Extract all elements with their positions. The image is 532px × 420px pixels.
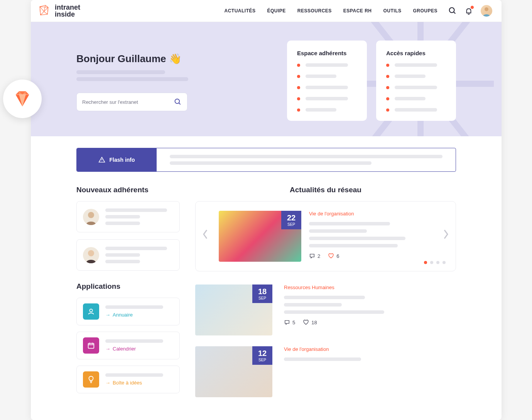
floating-gem-badge: [3, 80, 42, 118]
logo-mark-icon: [37, 4, 51, 18]
brand-name: intranet inside: [55, 4, 80, 18]
greeting-subline: [76, 77, 188, 81]
list-item[interactable]: [386, 86, 446, 89]
directory-icon: [83, 303, 99, 320]
news-title: Actualités du réseau: [195, 186, 456, 194]
carousel-prev[interactable]: [203, 229, 208, 241]
card-acces-rapides: Accès rapides: [376, 41, 456, 121]
svg-point-5: [90, 309, 92, 312]
news-image: 18 SEP: [195, 285, 272, 335]
hero-section: Bonjour Guillaume 👋 Espace adhérents Acc…: [31, 22, 502, 136]
news-item[interactable]: 12 SEP Vie de l'organisation: [195, 346, 456, 397]
app-calendrier[interactable]: →Calendrier: [76, 332, 180, 359]
flash-info-banner: Flash info: [76, 148, 456, 172]
notifications-icon[interactable]: [464, 7, 473, 15]
news-category[interactable]: Vie de l'organisation: [309, 211, 432, 217]
app-annuaire[interactable]: →Annuaire: [76, 298, 180, 325]
list-item[interactable]: [297, 97, 357, 100]
nav-ressources[interactable]: RESSOURCES: [297, 8, 332, 14]
nav-actualites[interactable]: ACTUALITÉS: [224, 8, 255, 14]
brand-logo[interactable]: intranet inside: [37, 4, 80, 18]
list-item[interactable]: [297, 63, 357, 67]
svg-point-2: [175, 99, 180, 104]
likes-count[interactable]: 6: [328, 253, 339, 259]
bulb-icon: [83, 371, 99, 388]
member-avatar: [83, 209, 99, 225]
greeting-subline: [76, 70, 165, 74]
nav-equipe[interactable]: ÉQUIPE: [267, 8, 285, 14]
main-nav: ACTUALITÉS ÉQUIPE RESSOURCES ESPACE RH O…: [224, 8, 437, 14]
dot[interactable]: [436, 261, 439, 264]
svg-point-4: [88, 250, 94, 256]
news-date-badge: 12 SEP: [252, 346, 272, 365]
calendar-icon: [83, 337, 99, 354]
member-card[interactable]: [76, 201, 180, 232]
list-item[interactable]: [297, 75, 357, 78]
news-category[interactable]: Vie de l'organisation: [284, 346, 456, 352]
hero-search[interactable]: [76, 93, 187, 111]
card-espace-adherents: Espace adhérents: [287, 41, 367, 121]
list-item[interactable]: [297, 86, 357, 89]
card-title: Accès rapides: [386, 50, 446, 56]
apps-title: Applications: [76, 282, 180, 291]
news-item[interactable]: 18 SEP Ressources Humaines 5 18: [195, 285, 456, 335]
comments-count[interactable]: 5: [284, 319, 295, 325]
news-carousel: 22 SEP Vie de l'organisation 2 6: [195, 201, 456, 271]
flash-info-content[interactable]: [157, 148, 456, 171]
likes-count[interactable]: 18: [303, 319, 317, 325]
greeting-title: Bonjour Guillaume 👋: [76, 53, 256, 65]
list-item[interactable]: [386, 97, 446, 100]
list-item[interactable]: [386, 108, 446, 112]
svg-point-0: [449, 8, 454, 13]
list-item[interactable]: [297, 108, 357, 112]
dot[interactable]: [442, 261, 446, 264]
svg-rect-6: [88, 344, 94, 349]
search-input[interactable]: [82, 99, 174, 105]
dot[interactable]: [424, 261, 427, 264]
news-category[interactable]: Ressources Humaines: [284, 285, 456, 290]
list-item[interactable]: [386, 63, 446, 67]
svg-point-3: [88, 212, 94, 218]
carousel-next[interactable]: [443, 229, 449, 241]
user-avatar[interactable]: [481, 5, 492, 17]
news-image: 22 SEP: [219, 211, 301, 262]
news-item-featured[interactable]: 22 SEP Vie de l'organisation 2 6: [219, 211, 432, 262]
svg-point-1: [485, 7, 488, 11]
app-link[interactable]: →Calendrier: [105, 346, 173, 352]
top-header: intranet inside ACTUALITÉS ÉQUIPE RESSOU…: [31, 0, 502, 22]
flash-info-label: Flash info: [77, 148, 157, 171]
alert-icon: [98, 156, 105, 163]
nav-outils[interactable]: OUTILS: [383, 8, 401, 14]
card-title: Espace adhérents: [297, 50, 357, 56]
notification-badge: [470, 5, 474, 9]
news-date-badge: 22 SEP: [281, 211, 301, 229]
members-title: Nouveaux adhérents: [76, 186, 180, 194]
app-link[interactable]: →Boîte à idées: [105, 380, 173, 386]
member-card[interactable]: [76, 239, 180, 271]
nav-espace-rh[interactable]: ESPACE RH: [343, 8, 372, 14]
app-link[interactable]: →Annuaire: [105, 312, 173, 318]
news-date-badge: 18 SEP: [252, 285, 272, 303]
dot[interactable]: [430, 261, 433, 264]
comments-count[interactable]: 2: [309, 253, 320, 259]
search-icon[interactable]: [448, 7, 457, 15]
carousel-dots: [424, 261, 446, 264]
news-image: 12 SEP: [195, 346, 272, 397]
member-avatar: [83, 247, 99, 263]
app-boite-idees[interactable]: →Boîte à idées: [76, 366, 180, 393]
nav-groupes[interactable]: GROUPES: [413, 8, 437, 14]
list-item[interactable]: [386, 75, 446, 78]
search-icon: [174, 98, 182, 106]
